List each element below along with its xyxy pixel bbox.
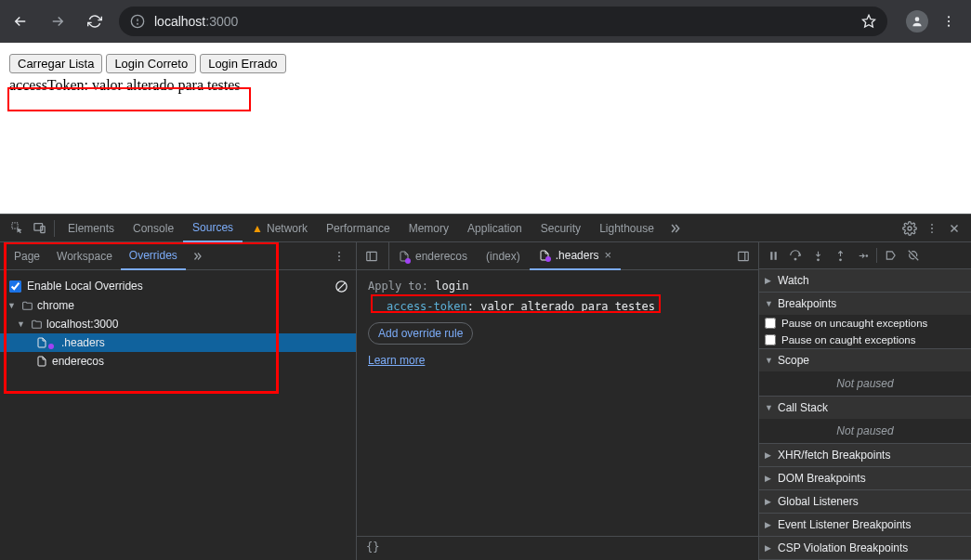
section-event-listener-breakpoints[interactable]: ▶Event Listener Breakpoints <box>759 514 971 536</box>
file-icon <box>35 355 48 368</box>
tab-console[interactable]: Console <box>124 215 183 242</box>
svg-point-27 <box>839 259 841 261</box>
settings-gear-icon[interactable] <box>899 217 921 240</box>
svg-point-28 <box>866 254 868 256</box>
nav-menu-icon[interactable] <box>328 245 350 267</box>
warning-icon: ▲ <box>252 222 263 235</box>
tab-network[interactable]: ▲Network <box>243 215 317 242</box>
toggle-debugger-icon[interactable] <box>732 245 754 267</box>
nav-tab-overrides[interactable]: Overrides <box>121 242 186 270</box>
tab-performance[interactable]: Performance <box>317 215 400 242</box>
pause-exceptions-icon[interactable] <box>903 245 924 266</box>
devtools-menu-icon[interactable] <box>921 217 943 240</box>
nav-tab-workspace[interactable]: Workspace <box>48 242 121 270</box>
svg-point-26 <box>817 259 819 261</box>
svg-point-25 <box>794 258 796 260</box>
section-breakpoints[interactable]: ▼Breakpoints <box>759 293 971 315</box>
file-tab-index[interactable]: (index) <box>477 242 530 270</box>
nav-tab-page[interactable]: Page <box>6 242 48 270</box>
svg-point-17 <box>338 259 340 261</box>
browser-toolbar: localhost:3000 <box>0 0 971 43</box>
header-override-line[interactable]: access-token: valor alterado para testes <box>368 298 747 315</box>
tree-host[interactable]: ▼ localhost:3000 <box>0 315 356 333</box>
section-global-listeners[interactable]: ▶Global Listeners <box>759 490 971 513</box>
add-override-rule-button[interactable]: Add override rule <box>368 322 473 345</box>
tab-sources[interactable]: Sources <box>183 215 243 242</box>
svg-point-13 <box>931 228 933 229</box>
step-icon[interactable] <box>852 245 873 266</box>
debugger-panel: ▶Watch ▼Breakpoints Pause on uncaught ex… <box>759 242 971 560</box>
svg-point-5 <box>948 16 950 18</box>
callstack-not-paused: Not paused <box>759 419 971 443</box>
tab-memory[interactable]: Memory <box>400 215 458 242</box>
site-info-icon[interactable] <box>130 14 145 29</box>
login-correto-button[interactable]: Login Correto <box>106 54 196 73</box>
svg-point-4 <box>915 17 920 21</box>
back-button[interactable] <box>7 8 33 34</box>
file-tab-headers[interactable]: .headers × <box>530 242 621 270</box>
profile-button[interactable] <box>906 10 928 33</box>
close-devtools-icon[interactable] <box>943 217 965 240</box>
svg-point-12 <box>931 223 933 225</box>
svg-rect-8 <box>11 223 17 228</box>
folder-icon <box>30 318 43 331</box>
svg-point-15 <box>338 251 340 253</box>
toggle-navigator-icon[interactable] <box>361 245 383 267</box>
step-over-icon[interactable] <box>785 245 806 266</box>
svg-rect-23 <box>770 252 772 260</box>
section-dom-breakpoints[interactable]: ▶DOM Breakpoints <box>759 467 971 489</box>
bookmark-star-icon[interactable] <box>861 14 876 29</box>
tab-elements[interactable]: Elements <box>59 215 124 242</box>
clear-overrides-icon[interactable] <box>335 280 348 293</box>
device-toolbar-icon[interactable] <box>28 217 50 240</box>
reload-button[interactable] <box>82 8 108 34</box>
svg-point-7 <box>948 25 950 27</box>
section-call-stack[interactable]: ▼Call Stack <box>759 397 971 419</box>
section-scope[interactable]: ▼Scope <box>759 349 971 371</box>
tree-root-chrome[interactable]: ▼ chrome <box>0 296 356 315</box>
step-out-icon[interactable] <box>830 245 850 266</box>
tab-lighthouse[interactable]: Lighthouse <box>590 215 663 242</box>
nav-more-tabs-icon[interactable] <box>186 245 208 267</box>
carregar-lista-button[interactable]: Carregar Lista <box>9 54 102 73</box>
file-tab-enderecos[interactable]: enderecos <box>389 242 477 270</box>
address-bar[interactable]: localhost:3000 <box>119 7 887 36</box>
devtools-tabbar: Elements Console Sources ▲Network Perfor… <box>0 215 971 242</box>
devtools-panel: Elements Console Sources ▲Network Perfor… <box>0 214 971 560</box>
editor-panel: enderecos (index) .headers × <box>357 242 759 560</box>
tab-security[interactable]: Security <box>531 215 590 242</box>
enable-overrides-checkbox[interactable]: Enable Local Overrides <box>0 276 152 296</box>
inspect-element-icon[interactable] <box>6 217 28 240</box>
svg-rect-19 <box>367 252 377 260</box>
svg-rect-21 <box>739 252 749 260</box>
override-dot-icon <box>545 256 551 262</box>
url-text: localhost:3000 <box>154 14 238 29</box>
pause-caught-checkbox[interactable]: Pause on caught exceptions <box>759 332 971 348</box>
svg-point-16 <box>338 255 340 257</box>
tree-file-headers[interactable]: .headers <box>0 333 356 352</box>
pause-uncaught-checkbox[interactable]: Pause on uncaught exceptions <box>759 315 971 332</box>
page-content: Carregar Lista Login Correto Login Errad… <box>0 43 971 214</box>
section-watch[interactable]: ▶Watch <box>759 269 971 292</box>
svg-point-11 <box>908 227 912 230</box>
login-errado-button[interactable]: Login Errado <box>200 54 285 73</box>
more-tabs-icon[interactable] <box>663 217 686 240</box>
editor-footer: {} <box>357 536 758 560</box>
chrome-menu-icon[interactable] <box>941 14 956 29</box>
deactivate-breakpoints-icon[interactable] <box>881 245 901 266</box>
section-xhr-breakpoints[interactable]: ▶XHR/fetch Breakpoints <box>759 444 971 466</box>
svg-point-2 <box>138 23 138 24</box>
pause-script-icon[interactable] <box>763 245 783 266</box>
section-csp-breakpoints[interactable]: ▶CSP Violation Breakpoints <box>759 537 971 559</box>
tab-application[interactable]: Application <box>458 215 531 242</box>
sources-navigator: Page Workspace Overrides Enable Local Ov… <box>0 242 357 560</box>
step-into-icon[interactable] <box>807 245 828 266</box>
svg-rect-24 <box>774 252 776 260</box>
forward-button[interactable] <box>45 8 71 34</box>
svg-marker-3 <box>862 15 874 27</box>
file-icon <box>35 336 48 349</box>
close-tab-icon[interactable]: × <box>604 248 611 262</box>
learn-more-link[interactable]: Learn more <box>368 354 425 367</box>
override-dot-icon <box>48 344 54 349</box>
tree-file-enderecos[interactable]: enderecos <box>0 352 356 371</box>
